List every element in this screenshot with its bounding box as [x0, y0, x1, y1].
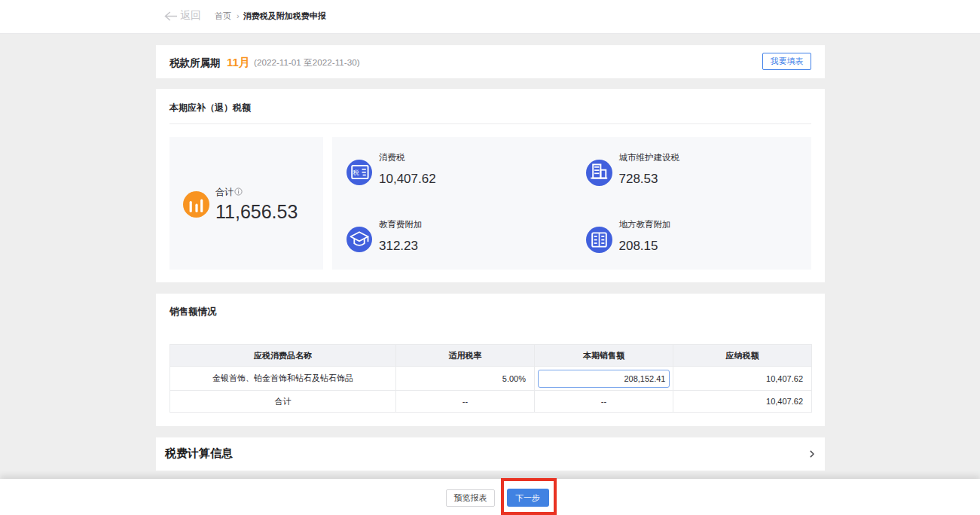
svg-text:税: 税: [352, 169, 359, 175]
